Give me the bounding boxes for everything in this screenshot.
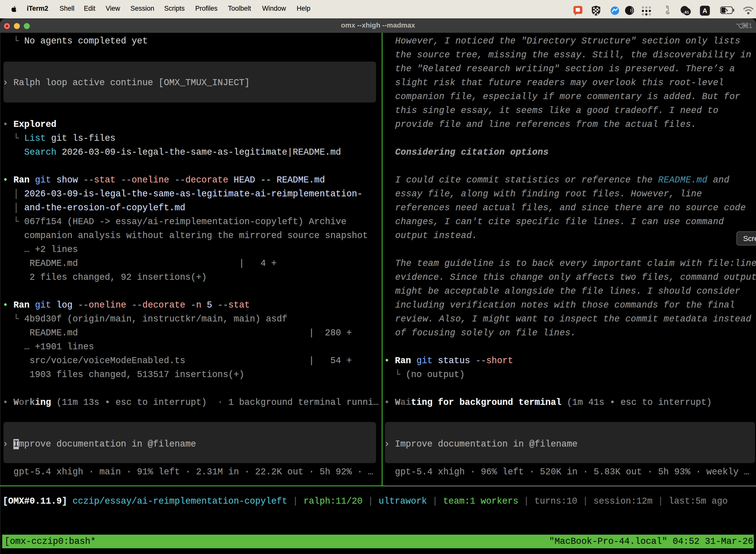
- svg-text:1: 1: [749, 22, 752, 30]
- svg-text:..61: ..61: [683, 10, 689, 14]
- svg-text:A: A: [703, 7, 707, 14]
